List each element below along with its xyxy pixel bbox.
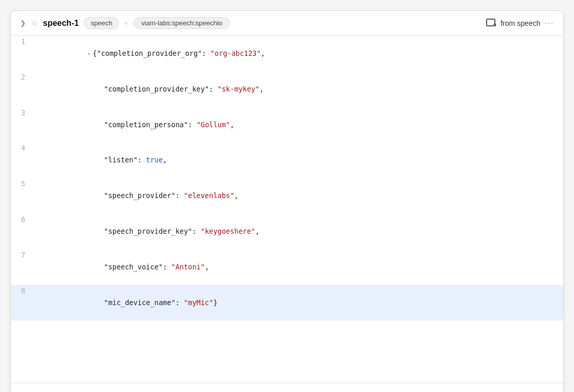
from-speech-icon [486,19,496,27]
line-number: 1 [11,36,32,71]
line-code [32,321,563,383]
table-row: 7 "speech_voice": "Antoni", [11,249,563,285]
line-number: 2 [11,71,32,107]
table-row: 1 ▾{"completion_provider_org": "org-abc1… [11,36,563,71]
from-speech-label: from speech [501,19,540,27]
line-number: 7 [11,249,32,285]
top-bar-left: ❯ ☆ speech-1 speech › viam-labs:speech:s… [20,17,480,29]
model-tag[interactable]: viam-labs:speech:speechio [133,17,230,29]
line-code: "completion_provider_key": "sk-mykey", [32,71,563,107]
table-row: 6 "speech_provider_key": "keygoeshere", [11,214,563,249]
speech-tag[interactable]: speech [84,17,119,29]
line-number: 4 [11,142,32,178]
line-code: "speech_provider_key": "keygoeshere", [32,214,563,249]
top-bar-right: from speech ··· [486,18,554,28]
main-container: ❯ ☆ speech-1 speech › viam-labs:speech:s… [10,10,564,392]
table-row: 8 "mic_device_name": "myMic"} [11,285,563,321]
line-code: "mic_device_name": "myMic"} [32,285,563,321]
code-padding [11,321,563,383]
table-row: 2 "completion_provider_key": "sk-mykey", [11,71,563,107]
collapse-icon[interactable]: ▾ [87,51,91,57]
line-code: ▾{"completion_provider_org": "org-abc123… [32,36,563,71]
line-number: 5 [11,178,32,214]
code-table: 1 ▾{"completion_provider_org": "org-abc1… [11,36,563,383]
line-number [11,321,32,383]
depends-on-section: Depends on Search services ⌄ [11,383,563,393]
table-row: 5 "speech_provider": "elevenlabs", [11,178,563,214]
line-number: 8 [11,285,32,321]
line-code: "listen": true, [32,142,563,178]
top-bar: ❯ ☆ speech-1 speech › viam-labs:speech:s… [11,11,563,36]
header-more-options-button[interactable]: ··· [545,18,554,28]
collapse-chevron-icon[interactable]: ❯ [20,19,26,27]
table-row: 3 "completion_persona": "Gollum", [11,107,563,143]
line-code: "speech_voice": "Antoni", [32,249,563,285]
favorite-star-icon[interactable]: ☆ [31,19,38,28]
svg-rect-0 [487,19,495,26]
code-editor: 1 ▾{"completion_provider_org": "org-abc1… [11,36,563,383]
line-number: 3 [11,107,32,143]
component-name-label: speech-1 [43,19,79,28]
tag-separator-icon: › [125,20,127,27]
line-code: "completion_persona": "Gollum", [32,107,563,143]
line-code: "speech_provider": "elevenlabs", [32,178,563,214]
line-number: 6 [11,214,32,249]
table-row: 4 "listen": true, [11,142,563,178]
